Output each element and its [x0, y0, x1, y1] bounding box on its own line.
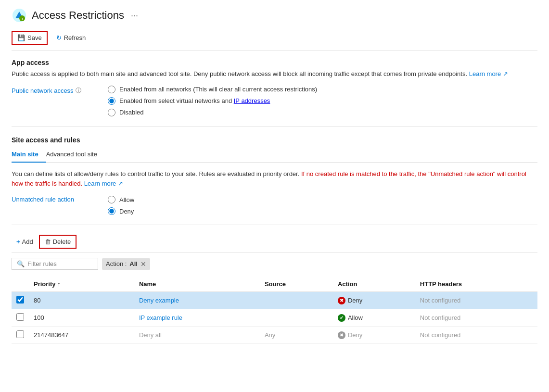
more-options-icon[interactable]: ···	[131, 11, 138, 21]
app-access-title: App access	[12, 59, 537, 66]
radio-allow-input[interactable]	[108, 196, 115, 203]
unmatched-rule-radio-group: Allow Deny	[108, 196, 134, 215]
row-checkbox[interactable]	[16, 296, 24, 303]
app-icon: +	[12, 8, 27, 23]
public-network-radio-group: Enabled from all networks (This will cle…	[108, 86, 317, 116]
refresh-icon: ↻	[56, 34, 62, 41]
search-icon: 🔍	[17, 260, 25, 267]
row-checkbox[interactable]	[16, 330, 24, 338]
row-http-headers: Not configured	[415, 327, 537, 344]
row-checkbox-cell[interactable]	[12, 292, 29, 309]
radio-enabled-all-input[interactable]	[108, 86, 115, 93]
th-name: Name	[134, 277, 260, 292]
row-checkbox[interactable]	[16, 313, 24, 321]
site-tabs: Main site Advanced tool site	[12, 147, 537, 163]
rules-info-text: You can define lists of allow/deny rules…	[12, 169, 537, 190]
delete-icon: 🗑	[45, 238, 51, 245]
radio-enabled-select[interactable]: Enabled from select virtual networks and…	[108, 97, 317, 105]
filter-rules-input[interactable]	[27, 260, 93, 267]
radio-enabled-select-label: Enabled from select virtual networks and…	[119, 97, 270, 104]
tab-advanced-tool-site[interactable]: Advanced tool site	[46, 147, 105, 163]
filter-row: 🔍 Action : All ✕	[12, 258, 537, 270]
radio-enabled-all[interactable]: Enabled from all networks (This will cle…	[108, 86, 317, 93]
refresh-label: Refresh	[64, 34, 86, 41]
radio-deny-input[interactable]	[108, 207, 115, 215]
radio-allow-label: Allow	[119, 196, 134, 203]
page-title: Access Restrictions	[32, 9, 124, 22]
radio-disabled-input[interactable]	[108, 109, 115, 116]
site-access-title: Site access and rules	[12, 136, 537, 144]
app-access-section: App access Public access is applied to b…	[12, 59, 537, 116]
row-name[interactable]: Deny example	[134, 292, 260, 309]
unmatched-rule-label: Unmatched rule action	[12, 196, 108, 203]
divider-2	[12, 225, 537, 225]
save-icon: 💾	[17, 34, 25, 41]
tab-main-site[interactable]: Main site	[12, 147, 46, 163]
site-access-section: Site access and rules Main site Advanced…	[12, 136, 537, 215]
badge-prefix: Action :	[106, 260, 127, 267]
row-http-headers: Not configured	[415, 292, 537, 309]
rules-toolbar: + Add 🗑 Delete	[12, 235, 537, 253]
radio-deny-label: Deny	[119, 208, 134, 215]
save-label: Save	[27, 34, 42, 41]
refresh-button[interactable]: ↻ Refresh	[51, 32, 91, 44]
row-source	[260, 292, 333, 309]
row-priority: 80	[29, 292, 134, 309]
svg-text:+: +	[21, 17, 24, 21]
row-action: ✔ Allow	[333, 309, 415, 327]
row-source: Any	[260, 327, 333, 344]
app-access-description: Public access is applied to both main si…	[12, 69, 537, 79]
toolbar: 💾 Save ↻ Refresh	[12, 31, 537, 51]
th-checkbox	[12, 277, 29, 292]
public-network-access-field: Public network access ⓘ Enabled from all…	[12, 86, 537, 116]
th-http-headers: HTTP headers	[415, 277, 537, 292]
save-button[interactable]: 💾 Save	[12, 31, 48, 45]
action-deny: ✖ Deny	[338, 297, 410, 304]
plus-icon: +	[16, 238, 20, 245]
radio-disabled[interactable]: Disabled	[108, 109, 317, 116]
delete-button[interactable]: 🗑 Delete	[39, 235, 77, 249]
table-row[interactable]: 2147483647Deny allAny✖ DenyNot configure…	[12, 327, 537, 344]
th-source: Source	[260, 277, 333, 292]
divider-1	[12, 126, 537, 126]
add-button[interactable]: + Add	[12, 236, 38, 248]
table-header: Priority ↑ Name Source Action HTTP heade…	[12, 277, 537, 292]
filter-input-container[interactable]: 🔍	[12, 258, 98, 270]
radio-enabled-select-input[interactable]	[108, 97, 115, 105]
row-http-headers: Not configured	[415, 309, 537, 327]
row-checkbox-cell[interactable]	[12, 309, 29, 327]
row-name[interactable]: Deny all	[134, 327, 260, 344]
action-deny-dim: ✖ Deny	[338, 331, 410, 339]
table-row[interactable]: 100IP example rule✔ AllowNot configured	[12, 309, 537, 327]
radio-disabled-label: Disabled	[119, 109, 144, 116]
row-checkbox-cell[interactable]	[12, 327, 29, 344]
info-icon[interactable]: ⓘ	[76, 87, 81, 95]
add-label: Add	[22, 238, 33, 245]
unmatched-rule-field: Unmatched rule action Allow Deny	[12, 196, 537, 215]
badge-value: All	[129, 260, 138, 267]
radio-deny[interactable]: Deny	[108, 207, 134, 215]
row-source	[260, 309, 333, 327]
deny-dim-icon: ✖	[338, 331, 345, 339]
delete-label: Delete	[53, 238, 71, 245]
row-priority: 100	[29, 309, 134, 327]
rules-table: Priority ↑ Name Source Action HTTP heade…	[12, 277, 537, 344]
row-name[interactable]: IP example rule	[134, 309, 260, 327]
radio-allow[interactable]: Allow	[108, 196, 134, 203]
th-priority: Priority ↑	[29, 277, 134, 292]
deny-icon: ✖	[338, 297, 345, 304]
clear-filter-icon[interactable]: ✕	[140, 260, 146, 268]
app-access-learn-more[interactable]: Learn more ↗	[469, 70, 508, 77]
public-network-label: Public network access ⓘ	[12, 86, 108, 95]
ip-addresses-link[interactable]: IP addresses	[234, 97, 270, 104]
row-priority: 2147483647	[29, 327, 134, 344]
allow-icon: ✔	[338, 314, 345, 322]
row-action: ✖ Deny	[333, 327, 415, 344]
radio-enabled-all-label: Enabled from all networks (This will cle…	[119, 86, 317, 93]
table-body: 80Deny example✖ DenyNot configured100IP …	[12, 292, 537, 344]
rules-learn-more[interactable]: Learn more ↗	[84, 180, 123, 187]
table-row[interactable]: 80Deny example✖ DenyNot configured	[12, 292, 537, 309]
th-action: Action	[333, 277, 415, 292]
page-header: + Access Restrictions ···	[12, 8, 537, 23]
action-filter-badge: Action : All ✕	[102, 258, 150, 270]
